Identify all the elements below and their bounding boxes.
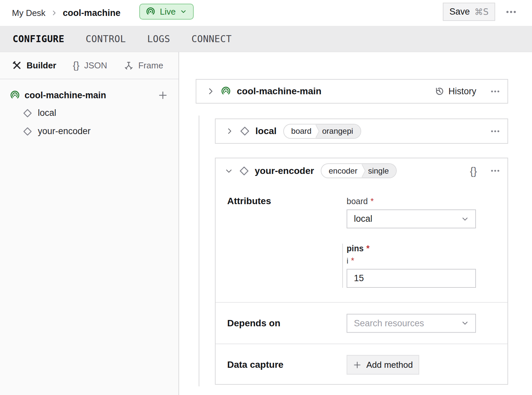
chevron-down-icon: [180, 8, 187, 15]
config-sidebar: Builder {} JSON Frame: [0, 52, 179, 395]
tree-connector-line: [199, 116, 199, 386]
view-tab-frame[interactable]: Frame: [124, 60, 163, 71]
pins-group-label: pins*: [347, 244, 476, 253]
chevron-down-icon: [461, 215, 469, 223]
pins-group: pins* i* 15: [342, 244, 476, 288]
history-label: History: [448, 86, 476, 97]
braces-icon: {}: [73, 60, 80, 70]
live-icon: [145, 6, 156, 17]
pin-i-input[interactable]: 15: [347, 269, 476, 288]
badge-separator: [360, 164, 367, 178]
badge-type: board: [284, 124, 314, 138]
tab-control[interactable]: CONTROL: [86, 34, 126, 44]
save-shortcut: ⌘S: [475, 7, 489, 17]
badge-separator: [314, 124, 321, 138]
breadcrumb-chevron-icon: [51, 10, 57, 16]
required-marker: *: [351, 256, 354, 265]
add-method-button[interactable]: Add method: [347, 355, 419, 375]
live-icon: [9, 90, 21, 101]
encoder-card-header: your-encoder encoder single {}: [216, 158, 507, 183]
attributes-section-label: Attributes: [227, 196, 271, 206]
component-diamond-icon: [239, 126, 250, 136]
data-capture-section-label: Data capture: [227, 359, 284, 370]
attributes-fields: board* local pins* i* 15: [347, 197, 476, 288]
depends-on-section-label: Depends on: [227, 318, 280, 329]
depends-on-select[interactable]: Search resources: [347, 314, 476, 333]
machine-card-menu-button[interactable]: [490, 89, 501, 94]
pin-i-value: 15: [354, 273, 364, 283]
tree-item-label: your-encoder: [38, 126, 91, 136]
add-method-label: Add method: [366, 360, 413, 370]
tree-root-machine[interactable]: cool-machine-main: [9, 87, 169, 104]
tools-icon: [12, 60, 22, 70]
expand-chevron-right-icon[interactable]: [205, 86, 216, 97]
view-tab-label: Frame: [138, 60, 163, 71]
json-view-button[interactable]: {}: [469, 164, 478, 178]
tree-root-label: cool-machine-main: [25, 90, 106, 101]
badge-model: orangepi: [321, 124, 360, 138]
tab-configure[interactable]: CONFIGURE: [13, 34, 64, 44]
view-tab-label: Builder: [27, 60, 56, 71]
save-button[interactable]: Save ⌘S: [443, 3, 495, 21]
attributes-section: Attributes board* local pins* i*: [216, 183, 507, 302]
machine-status-dropdown[interactable]: Live: [139, 4, 194, 20]
live-icon: [220, 86, 232, 97]
topbar-menu-button[interactable]: [505, 9, 517, 15]
component-diamond-icon: [23, 126, 33, 136]
history-button[interactable]: History: [434, 86, 476, 97]
local-card-menu-button[interactable]: [490, 129, 501, 134]
depends-on-section: Depends on Search resources: [216, 302, 507, 344]
view-tab-label: JSON: [84, 60, 107, 71]
chevron-down-icon: [461, 319, 469, 328]
resource-type-badge: board orangepi: [283, 124, 361, 139]
top-bar: My Desk cool-machine Live Save ⌘S: [0, 0, 532, 26]
resource-type-badge: encoder single: [321, 163, 397, 178]
live-label: Live: [160, 7, 176, 17]
tree-item-label: local: [38, 108, 56, 118]
save-label: Save: [449, 7, 470, 17]
breadcrumb: My Desk cool-machine: [12, 0, 120, 26]
encoder-card-menu-button[interactable]: [490, 168, 501, 173]
board-select[interactable]: local: [347, 209, 476, 228]
badge-model: single: [367, 164, 396, 178]
depends-on-placeholder: Search resources: [354, 318, 424, 328]
component-diamond-icon: [239, 166, 249, 176]
nav-tab-bar: CONFIGURE CONTROL LOGS CONNECT: [0, 26, 532, 52]
component-diamond-icon: [23, 108, 33, 118]
tree-children: local your-encoder: [9, 104, 169, 140]
history-icon: [434, 86, 444, 96]
local-resource-card: local board orangepi: [215, 118, 508, 144]
view-mode-tabs: Builder {} JSON Frame: [0, 52, 178, 79]
expand-chevron-right-icon[interactable]: [224, 126, 235, 136]
view-tab-json[interactable]: {} JSON: [73, 60, 107, 71]
tab-logs[interactable]: LOGS: [147, 34, 170, 44]
plus-icon: [353, 360, 362, 369]
required-marker: *: [366, 244, 369, 253]
resource-tree: cool-machine-main local your-encoder: [0, 79, 178, 140]
encoder-card-title: your-encoder: [255, 166, 314, 176]
pin-i-label: i*: [347, 256, 476, 266]
collapse-chevron-down-icon[interactable]: [224, 166, 234, 176]
board-select-value: local: [354, 214, 372, 224]
data-capture-section: Data capture Add method: [216, 344, 507, 385]
tree-item-your-encoder[interactable]: your-encoder: [23, 122, 169, 140]
tab-connect[interactable]: CONNECT: [191, 34, 232, 44]
add-component-button[interactable]: [157, 89, 169, 102]
encoder-resource-card: your-encoder encoder single {} Attribute…: [215, 158, 508, 385]
local-card-title: local: [255, 126, 277, 136]
machine-card: cool-machine-main History: [196, 79, 508, 104]
breadcrumb-current: cool-machine: [63, 8, 120, 18]
machine-card-title: cool-machine-main: [237, 86, 321, 97]
frame-icon: [124, 60, 134, 70]
board-field-label: board*: [347, 197, 476, 206]
badge-type: encoder: [321, 164, 360, 178]
config-main-panel: cool-machine-main History: [179, 52, 532, 395]
required-marker: *: [370, 197, 374, 206]
view-tab-builder[interactable]: Builder: [12, 60, 56, 71]
breadcrumb-parent-link[interactable]: My Desk: [12, 8, 45, 18]
tree-item-local[interactable]: local: [23, 104, 169, 122]
